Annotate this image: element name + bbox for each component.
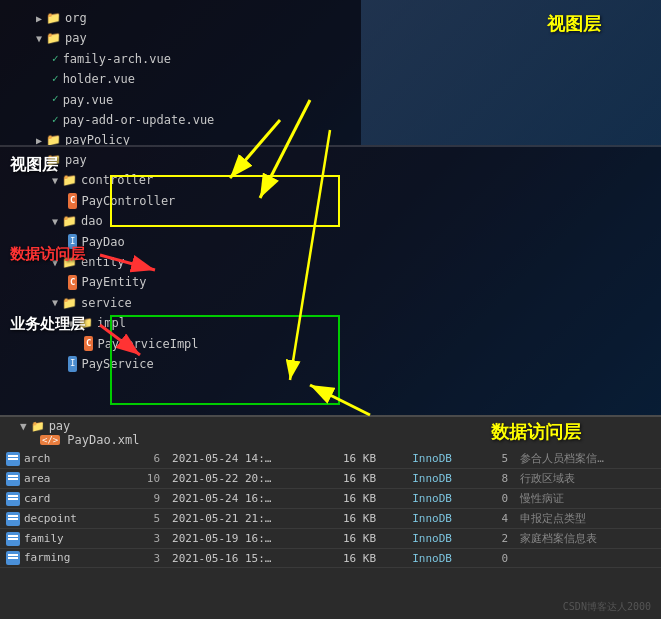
file-item: ▼ 📁 pay <box>20 150 641 170</box>
table-cell-name: decpoint <box>0 509 127 529</box>
file-name: pay.vue <box>63 90 114 110</box>
expand-arrow: ▼ <box>36 30 42 47</box>
table-row: decpoint 5 2021-05-21 21:… 16 KB InnoDB … <box>0 509 661 529</box>
pay-folder-name: pay <box>49 419 71 433</box>
table-cell-name: card <box>0 489 127 509</box>
table-icon <box>6 492 20 506</box>
table-cell-comment: 申报定点类型 <box>514 509 661 529</box>
middle-label-dao: 数据访问层 <box>10 245 85 264</box>
middle-section: 视图层 数据访问层 业务处理层 ▼ 📁 pay ▼ 📁 controller C… <box>0 145 661 415</box>
bottom-label-dao: 数据访问层 <box>491 420 581 444</box>
main-container: { "top_section": { "label": "视图层", "file… <box>0 0 661 619</box>
table-cell-count: 3 <box>127 549 166 568</box>
table-icon <box>6 472 20 486</box>
file-name: pay <box>65 28 87 48</box>
table-cell-comment <box>514 549 661 568</box>
file-name: payPolicy <box>65 130 130 145</box>
table-row: area 10 2021-05-22 20:… 16 KB InnoDB 8 行… <box>0 469 661 489</box>
bottom-section: 数据访问层 ▼ 📁 pay </> PayDao.xml arch 6 2021… <box>0 415 661 619</box>
folder-icon: 📁 <box>46 28 61 48</box>
table-cell-num: 4 <box>486 509 515 529</box>
file-item: ▼ 📁 controller <box>20 170 641 190</box>
file-item: C PayEntity <box>20 272 641 292</box>
middle-label-view-layer: 视图层 <box>10 155 58 176</box>
vue-icon: ✓ <box>52 111 59 130</box>
file-item: ✓ holder.vue <box>20 69 641 89</box>
file-item: C PayController <box>20 191 641 211</box>
file-name: dao <box>81 211 103 231</box>
file-item: ▼ 📁 service <box>20 293 641 313</box>
file-name: PayController <box>81 191 175 211</box>
table-icon <box>6 512 20 526</box>
file-item: ▼ 📁 impl <box>20 313 641 333</box>
table-cell-engine: InnoDB <box>406 469 485 489</box>
expand-arrow: ▶ <box>36 10 42 27</box>
table-cell-count: 5 <box>127 509 166 529</box>
table-cell-date: 2021-05-24 14:… <box>166 449 337 469</box>
table-cell-comment: 慢性病证 <box>514 489 661 509</box>
table-row: family 3 2021-05-19 16:… 16 KB InnoDB 2 … <box>0 529 661 549</box>
file-item: ▶ 📁 payPolicy <box>20 130 641 145</box>
table-icon <box>6 551 20 565</box>
folder-icon: 📁 <box>62 170 77 190</box>
table-cell-date: 2021-05-22 20:… <box>166 469 337 489</box>
table-cell-date: 2021-05-16 15:… <box>166 549 337 568</box>
table-cell-size: 16 KB <box>337 469 406 489</box>
table-cell-num: 8 <box>486 469 515 489</box>
folder-icon: 📁 <box>31 420 45 433</box>
file-item: I PayDao <box>20 232 641 252</box>
xml-file-name: PayDao.xml <box>67 433 139 447</box>
file-name: impl <box>97 313 126 333</box>
table-cell-size: 16 KB <box>337 509 406 529</box>
expand-arrow: ▶ <box>36 132 42 145</box>
java-interface-icon: I <box>68 356 77 371</box>
table-cell-num: 2 <box>486 529 515 549</box>
vue-icon: ✓ <box>52 90 59 109</box>
file-name: PayService <box>81 354 153 374</box>
file-name: PayDao <box>81 232 124 252</box>
file-item: ✓ pay.vue <box>20 90 641 110</box>
file-name: pay <box>65 150 87 170</box>
middle-label-service: 业务处理层 <box>10 315 85 334</box>
table-cell-comment: 家庭档案信息表 <box>514 529 661 549</box>
table-cell-comment: 参合人员档案信… <box>514 449 661 469</box>
database-table: arch 6 2021-05-24 14:… 16 KB InnoDB 5 参合… <box>0 449 661 568</box>
table-cell-name: area <box>0 469 127 489</box>
file-name: service <box>81 293 132 313</box>
table-cell-count: 10 <box>127 469 166 489</box>
table-cell-count: 9 <box>127 489 166 509</box>
table-cell-num: 0 <box>486 549 515 568</box>
file-name: controller <box>81 170 153 190</box>
table-cell-engine: InnoDB <box>406 529 485 549</box>
folder-icon: 📁 <box>62 211 77 231</box>
expand-arrow: ▼ <box>52 213 58 230</box>
expand-arrow: ▼ <box>20 420 27 433</box>
expand-arrow: ▼ <box>52 294 58 311</box>
table-cell-size: 16 KB <box>337 489 406 509</box>
file-item: ▼ 📁 entity <box>20 252 641 272</box>
table-cell-engine: InnoDB <box>406 549 485 568</box>
folder-icon: 📁 <box>46 8 61 28</box>
java-class-icon: C <box>68 193 77 208</box>
table-cell-date: 2021-05-24 16:… <box>166 489 337 509</box>
java-class-icon: C <box>84 336 93 351</box>
file-item: ▼ 📁 dao <box>20 211 641 231</box>
table-icon <box>6 452 20 466</box>
table-cell-num: 5 <box>486 449 515 469</box>
file-name: family-arch.vue <box>63 49 171 69</box>
table-cell-size: 16 KB <box>337 549 406 568</box>
file-item: C PayServiceImpl <box>20 334 641 354</box>
table-cell-name: family <box>0 529 127 549</box>
xml-icon: </> <box>40 435 60 445</box>
watermark: CSDN博客达人2000 <box>563 600 651 614</box>
table-cell-num: 0 <box>486 489 515 509</box>
file-name: entity <box>81 252 124 272</box>
table-cell-name: arch <box>0 449 127 469</box>
table-cell-size: 16 KB <box>337 529 406 549</box>
table-row: arch 6 2021-05-24 14:… 16 KB InnoDB 5 参合… <box>0 449 661 469</box>
file-item: ✓ pay-add-or-update.vue <box>20 110 641 130</box>
file-item: ✓ family-arch.vue <box>20 49 641 69</box>
table-cell-size: 16 KB <box>337 449 406 469</box>
table-cell-engine: InnoDB <box>406 509 485 529</box>
vue-icon: ✓ <box>52 50 59 69</box>
